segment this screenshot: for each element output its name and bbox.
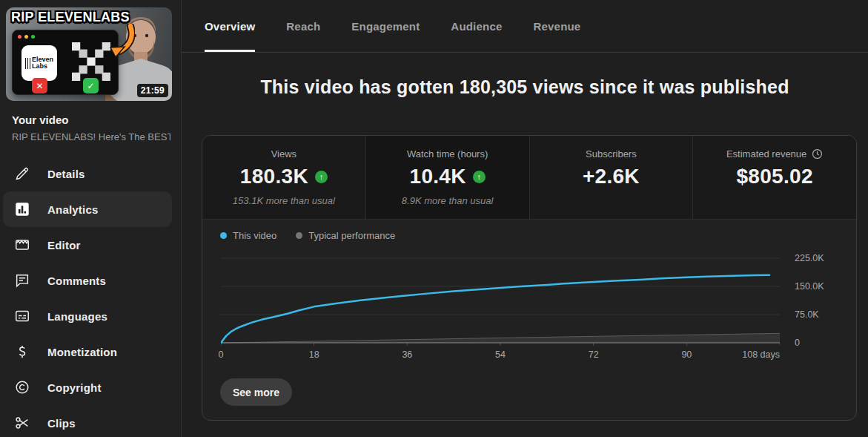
y-axis-label: 0 (795, 338, 800, 348)
window-traffic-lights (18, 35, 35, 39)
tab-engagement[interactable]: Engagement (351, 0, 420, 52)
x-axis-labels: 01836547290108 days (221, 349, 780, 361)
x-axis-label: 0 (219, 349, 224, 360)
x-pixelated-logo (72, 42, 110, 81)
thumbnail-app-window: Eleven Labs ✕ ✓ (12, 30, 119, 95)
captions-icon (13, 307, 31, 325)
bar-chart-icon (13, 200, 31, 218)
elevenlabs-bars-icon (25, 58, 30, 69)
scissors-icon (13, 414, 31, 432)
trend-up-icon: ↑ (473, 171, 486, 183)
sidebar-item-monetization[interactable]: Monetization (3, 334, 172, 369)
tab-overview[interactable]: Overview (205, 0, 255, 52)
tab-audience[interactable]: Audience (451, 0, 502, 52)
x-mark-badge: ✕ (32, 78, 47, 93)
watch-time-value: 10.4K (410, 165, 466, 188)
sidebar-item-analytics[interactable]: Analytics (3, 191, 172, 227)
metric-estimated-revenue[interactable]: Estimated revenue $805.02 (692, 136, 856, 219)
legend-this-video: This video (220, 230, 276, 241)
views-value: 180.3K (240, 165, 308, 188)
copyright-icon (13, 378, 31, 396)
y-axis-label: 225.0K (795, 253, 824, 263)
key-metrics-row: Views 180.3K ↑ 153.1K more than usual Wa… (202, 136, 856, 220)
chart-legend: This video Typical performance (220, 230, 395, 241)
video-title: RIP ELEVENLABS! Here's The BEST … (12, 131, 170, 143)
thumbnail-overlay-title: RIP ELEVENLABS (11, 10, 130, 25)
check-mark-badge: ✓ (83, 78, 99, 93)
elevenlabs-logo: Eleven Labs (21, 45, 57, 81)
watch-time-comparison: 8.9K more than usual (402, 195, 494, 206)
metric-views[interactable]: Views 180.3K ↑ 153.1K more than usual (202, 136, 365, 219)
views-comparison: 153.1K more than usual (233, 195, 335, 206)
comment-icon (13, 272, 31, 289)
metric-subscribers[interactable]: Subscribers +2.6K (529, 136, 693, 219)
youtube-studio-analytics: Eleven Labs ✕ ✓ RIP ELEVENLABS 2 (0, 0, 868, 437)
film-editor-icon (13, 236, 31, 254)
x-axis-label: 36 (402, 349, 412, 360)
main-content: Overview Reach Engagement Audience Reven… (182, 0, 868, 437)
views-line-chart (221, 253, 780, 346)
sidebar-item-copyright[interactable]: Copyright (3, 369, 172, 405)
this-video-dot (220, 232, 227, 239)
y-axis-label: 75.0K (795, 309, 819, 320)
sidebar-menu: Details Analytics Editor Comments (0, 156, 181, 437)
x-axis-label: 108 days (742, 349, 780, 360)
x-axis-label: 54 (495, 349, 506, 360)
dollar-icon (13, 343, 31, 361)
sidebar-item-languages[interactable]: Languages (3, 298, 172, 334)
sidebar: Eleven Labs ✕ ✓ RIP ELEVENLABS 2 (0, 0, 182, 437)
sidebar-item-details[interactable]: Details (3, 156, 172, 191)
analytics-card: Views 180.3K ↑ 153.1K more than usual Wa… (202, 135, 857, 421)
x-axis-label: 72 (589, 349, 599, 360)
pencil-icon (13, 165, 31, 183)
tab-revenue[interactable]: Revenue (533, 0, 580, 52)
revenue-value: $805.02 (736, 165, 812, 188)
x-axis-label: 18 (309, 349, 319, 360)
sidebar-item-comments[interactable]: Comments (3, 263, 172, 298)
views-headline: This video has gotten 180,305 views sinc… (182, 73, 868, 100)
video-duration-badge: 21:59 (137, 84, 168, 97)
clock-icon (812, 148, 823, 160)
tab-reach[interactable]: Reach (286, 0, 320, 52)
subscribers-value: +2.6K (583, 165, 640, 188)
orange-arrow-icon (107, 24, 135, 58)
typical-performance-dot (296, 232, 302, 239)
see-more-button[interactable]: See more (220, 378, 292, 406)
your-video-label: Your video (12, 114, 181, 127)
trend-up-icon: ↑ (315, 171, 328, 183)
video-thumbnail[interactable]: Eleven Labs ✕ ✓ RIP ELEVENLABS 2 (6, 7, 172, 101)
x-axis-label: 90 (681, 349, 692, 360)
legend-typical-performance: Typical performance (296, 230, 395, 241)
metric-watch-time[interactable]: Watch time (hours) 10.4K ↑ 8.9K more tha… (365, 136, 529, 219)
sidebar-item-editor[interactable]: Editor (3, 227, 172, 263)
y-axis-label: 150.0K (795, 281, 824, 292)
sidebar-item-clips[interactable]: Clips (3, 405, 172, 437)
analytics-tabs: Overview Reach Engagement Audience Reven… (182, 0, 868, 53)
